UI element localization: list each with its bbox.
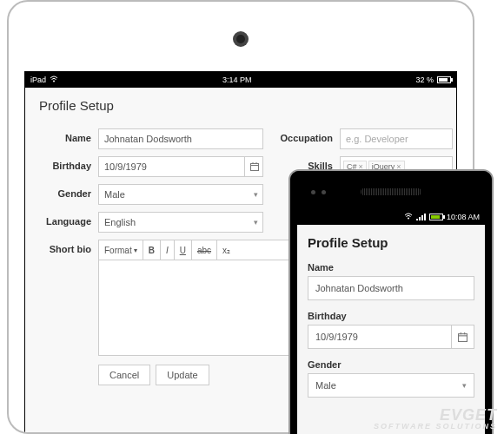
name-input[interactable]: Johnatan Dodsworth (308, 276, 474, 300)
label-language: Language (39, 212, 91, 233)
gender-select[interactable]: Male (98, 184, 263, 205)
cancel-button[interactable]: Cancel (98, 365, 150, 385)
label-shortbio: Short bio (39, 240, 91, 356)
underline-button[interactable]: U (175, 240, 192, 260)
label-birthday: Birthday (39, 156, 91, 177)
label-gender: Gender (308, 359, 474, 370)
statusbar-time: 10:08 AM (447, 213, 480, 221)
phone-top (290, 171, 492, 209)
svg-point-5 (408, 218, 409, 220)
signal-icon (416, 214, 426, 220)
label-name: Name (39, 128, 91, 149)
ipad-statusbar: iPad 3:14 PM 32 % (25, 72, 456, 88)
battery-label: 32 % (415, 76, 434, 84)
chevron-down-icon[interactable]: ▾ (254, 212, 258, 233)
svg-rect-6 (459, 333, 468, 341)
birthday-input[interactable]: 10/9/1979 (308, 325, 474, 349)
phone-device: 10:08 AM Profile Setup Name Johnatan Dod… (288, 169, 494, 434)
battery-icon (429, 214, 443, 220)
battery-icon (437, 76, 451, 83)
strike-button[interactable]: abc (192, 240, 217, 260)
chevron-down-icon[interactable]: ▾ (254, 184, 258, 205)
chevron-down-icon: ▾ (134, 247, 137, 254)
bold-button[interactable]: B (143, 240, 161, 260)
chevron-down-icon[interactable]: ▾ (462, 381, 467, 390)
label-name: Name (308, 262, 474, 273)
label-gender: Gender (39, 184, 91, 205)
svg-point-0 (53, 81, 55, 82)
phone-content: Profile Setup Name Johnatan Dodsworth Bi… (297, 225, 485, 418)
statusbar-time: 3:14 PM (222, 76, 252, 84)
language-select[interactable]: English (98, 212, 263, 233)
wifi-icon (50, 76, 58, 84)
format-dropdown[interactable]: Format ▾ (99, 240, 143, 260)
svg-rect-1 (250, 164, 258, 171)
wifi-icon (404, 213, 413, 221)
italic-button[interactable]: I (161, 240, 175, 260)
subscript-button[interactable]: x₂ (217, 240, 235, 260)
phone-statusbar: 10:08 AM (297, 209, 485, 225)
phone-screen: 10:08 AM Profile Setup Name Johnatan Dod… (297, 209, 485, 434)
ipad-camera (236, 35, 245, 43)
occupation-input[interactable]: e.g. Developer (340, 128, 453, 149)
label-birthday: Birthday (308, 311, 474, 321)
calendar-icon[interactable] (451, 326, 474, 348)
birthday-input[interactable]: 10/9/1979 (98, 156, 263, 177)
page-title: Profile Setup (39, 98, 442, 113)
device-label: iPad (30, 76, 46, 84)
page-title: Profile Setup (308, 235, 474, 250)
phone-speaker (361, 188, 421, 195)
update-button[interactable]: Update (156, 365, 209, 385)
name-input[interactable]: Johnatan Dodsworth (98, 128, 263, 149)
calendar-icon[interactable] (244, 156, 263, 177)
gender-select[interactable]: Male ▾ (308, 373, 474, 398)
label-occupation: Occupation (270, 128, 333, 149)
